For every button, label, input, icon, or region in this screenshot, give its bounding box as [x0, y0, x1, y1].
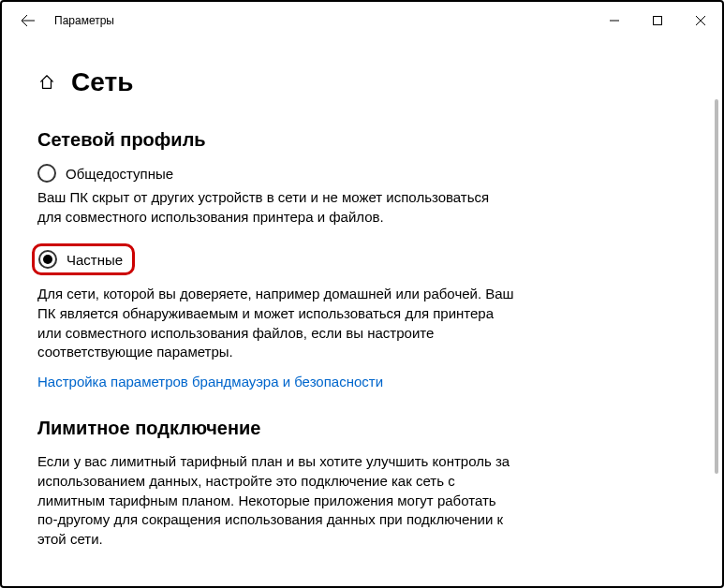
- settings-window: Параметры: [0, 0, 724, 588]
- private-description: Для сети, которой вы доверяете, например…: [37, 285, 515, 362]
- window-title: Параметры: [54, 14, 114, 27]
- home-icon[interactable]: [37, 73, 56, 92]
- radio-private[interactable]: Частные: [38, 250, 123, 269]
- titlebar: Параметры: [2, 2, 722, 39]
- radio-icon: [37, 164, 56, 183]
- firewall-settings-link[interactable]: Настройка параметров брандмауэра и безоп…: [37, 374, 681, 390]
- close-icon: [696, 16, 705, 25]
- metered-heading: Лимитное подключение: [37, 418, 681, 439]
- back-button[interactable]: [9, 2, 47, 39]
- arrow-left-icon: [21, 13, 36, 28]
- minimize-icon: [610, 16, 619, 25]
- radio-public-label: Общедоступные: [66, 166, 173, 182]
- svg-rect-1: [654, 17, 662, 25]
- radio-icon: [38, 250, 57, 269]
- network-profile-heading: Сетевой профиль: [37, 129, 681, 151]
- close-button[interactable]: [679, 2, 722, 39]
- public-description: Ваш ПК скрыт от других устройств в сети …: [37, 188, 515, 227]
- scrollbar-thumb[interactable]: [715, 99, 718, 474]
- radio-private-label: Частные: [66, 252, 123, 268]
- window-controls: [593, 2, 722, 39]
- page-title: Сеть: [71, 67, 133, 97]
- page-header: Сеть: [37, 67, 681, 97]
- minimize-button[interactable]: [593, 2, 636, 39]
- metered-description: Если у вас лимитный тарифный план и вы х…: [37, 452, 515, 549]
- highlight-annotation: Частные: [32, 243, 135, 275]
- content-area: Сеть Сетевой профиль Общедоступные Ваш П…: [2, 39, 709, 586]
- radio-public[interactable]: Общедоступные: [37, 164, 681, 183]
- maximize-icon: [653, 16, 662, 25]
- scrollbar[interactable]: [711, 39, 720, 584]
- maximize-button[interactable]: [636, 2, 679, 39]
